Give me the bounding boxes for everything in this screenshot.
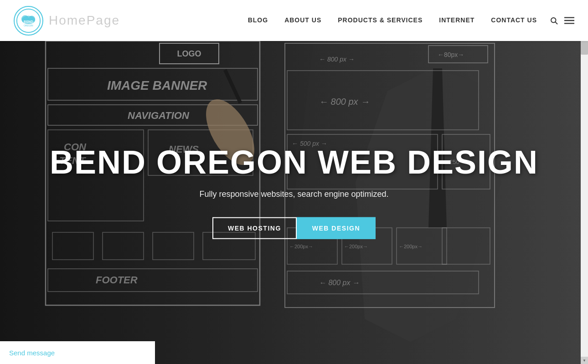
send-message-link[interactable]: Send message <box>9 349 55 357</box>
nav-internet[interactable]: INTERNET <box>431 0 483 41</box>
site-logo[interactable]: BEND OREGON <box>14 6 43 36</box>
nav-contact[interactable]: CONTACT US <box>483 0 545 41</box>
web-hosting-button[interactable]: WEB HOSTING <box>212 217 297 239</box>
main-nav: BLOG ABOUT US PRODUCTS & SERVICES INTERN… <box>240 0 574 41</box>
send-message-widget: Send message <box>0 341 155 364</box>
hero-title: BEND OREGON WEB DESIGN <box>18 144 570 180</box>
nav-blog[interactable]: BLOG <box>240 0 276 41</box>
svg-line-7 <box>555 22 557 24</box>
hero-buttons: WEB HOSTING WEB DESIGN <box>18 217 570 239</box>
hero-content: BEND OREGON WEB DESIGN Fully responsive … <box>0 144 588 239</box>
hero-section: LOGO IMAGE BANNER NAVIGATION CON TENT NE… <box>0 0 588 364</box>
site-header: BEND OREGON HomePage BLOG ABOUT US PRODU… <box>0 0 588 41</box>
nav-icon-group <box>550 16 574 25</box>
svg-text:BEND: BEND <box>24 20 33 24</box>
nav-about[interactable]: ABOUT US <box>276 0 330 41</box>
nav-products[interactable]: PRODUCTS & SERVICES <box>330 0 431 41</box>
menu-button[interactable] <box>564 16 574 25</box>
search-button[interactable] <box>550 16 558 25</box>
homepage-label: HomePage <box>49 13 120 28</box>
svg-text:OREGON: OREGON <box>24 25 33 27</box>
scrollbar[interactable]: ▲ ▼ <box>581 0 588 364</box>
hero-subtitle: Fully responsive websites, search engine… <box>18 189 570 199</box>
web-design-button[interactable]: WEB DESIGN <box>297 217 376 239</box>
scroll-arrow-down[interactable]: ▼ <box>581 357 588 364</box>
